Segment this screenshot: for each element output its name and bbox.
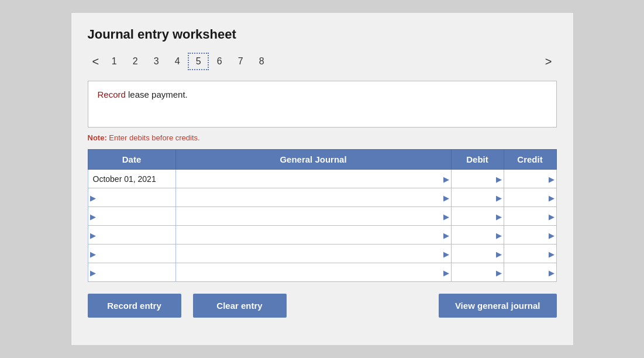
credit-input-2[interactable] [504, 207, 556, 225]
table-row: ▶▶▶▶ [88, 207, 556, 226]
clear-entry-button[interactable]: Clear entry [193, 294, 287, 318]
debit-cell-5[interactable]: ▶ [451, 263, 504, 282]
button-row: Record entry Clear entry View general jo… [88, 294, 557, 318]
credit-cell-1[interactable]: ▶ [504, 188, 556, 207]
prev-arrow[interactable]: < [88, 54, 104, 70]
table-row: ▶▶▶▶ [88, 188, 556, 207]
nav-page-3[interactable]: 3 [146, 54, 167, 69]
journal-cell-2[interactable]: ▶ [175, 207, 451, 226]
worksheet-container: Journal entry worksheet < 1 2 3 4 5 6 7 … [71, 12, 574, 346]
date-input-1[interactable] [93, 188, 171, 206]
date-cell-4[interactable]: ▶ [88, 245, 175, 263]
nav-page-6[interactable]: 6 [209, 54, 230, 69]
debit-input-1[interactable] [452, 188, 504, 206]
nav-page-5[interactable]: 5 [188, 53, 209, 70]
nav-page-1[interactable]: 1 [104, 54, 125, 69]
debit-cell-1[interactable]: ▶ [451, 188, 504, 207]
note-text: Note: Enter debits before credits. [88, 133, 557, 142]
description-prefix: Record [98, 90, 126, 99]
next-arrow[interactable]: > [540, 54, 557, 70]
credit-cell-2[interactable]: ▶ [504, 207, 556, 226]
debit-cell-2[interactable]: ▶ [451, 207, 504, 226]
journal-cell-4[interactable]: ▶ [175, 245, 451, 263]
journal-cell-0[interactable]: ▶ [175, 170, 451, 188]
journal-table: Date General Journal Debit Credit Octobe… [88, 149, 557, 282]
debit-input-0[interactable] [452, 170, 504, 188]
credit-cell-3[interactable]: ▶ [504, 226, 556, 245]
credit-cell-5[interactable]: ▶ [504, 263, 556, 282]
date-input-3[interactable] [93, 226, 171, 244]
journal-cell-3[interactable]: ▶ [175, 226, 451, 245]
credit-input-0[interactable] [504, 170, 556, 188]
credit-input-1[interactable] [504, 188, 556, 206]
journal-input-4[interactable] [176, 245, 451, 263]
page-title: Journal entry worksheet [88, 27, 557, 42]
header-journal: General Journal [175, 150, 451, 170]
journal-cell-1[interactable]: ▶ [175, 188, 451, 207]
description-suffix: lease payment. [126, 90, 188, 99]
date-cell-0: October 01, 2021 [88, 170, 175, 188]
debit-cell-3[interactable]: ▶ [451, 226, 504, 245]
credit-input-4[interactable] [504, 245, 556, 263]
date-input-4[interactable] [93, 245, 171, 263]
journal-input-2[interactable] [176, 207, 451, 225]
table-row: ▶▶▶▶ [88, 226, 556, 245]
journal-input-3[interactable] [176, 226, 451, 244]
date-cell-1[interactable]: ▶ [88, 188, 175, 207]
table-row: ▶▶▶▶ [88, 245, 556, 263]
date-input-5[interactable] [93, 263, 171, 281]
nav-page-2[interactable]: 2 [125, 54, 146, 69]
note-label: Note: [88, 133, 107, 142]
journal-cell-5[interactable]: ▶ [175, 263, 451, 282]
nav-page-7[interactable]: 7 [230, 54, 251, 69]
nav-page-4[interactable]: 4 [167, 54, 188, 69]
description-box: Record lease payment. [88, 81, 557, 128]
nav-row: < 1 2 3 4 5 6 7 8 > [88, 53, 557, 70]
note-body: Enter debits before credits. [107, 133, 200, 142]
debit-input-4[interactable] [452, 245, 504, 263]
record-entry-button[interactable]: Record entry [88, 294, 181, 318]
date-cell-5[interactable]: ▶ [88, 263, 175, 282]
journal-input-0[interactable] [176, 170, 451, 188]
journal-input-5[interactable] [176, 263, 451, 281]
journal-input-1[interactable] [176, 188, 451, 206]
debit-input-3[interactable] [452, 226, 504, 244]
table-row: ▶▶▶▶ [88, 263, 556, 282]
view-journal-button[interactable]: View general journal [439, 294, 557, 318]
table-row: October 01, 2021▶▶▶ [88, 170, 556, 188]
debit-input-5[interactable] [452, 263, 504, 281]
credit-input-3[interactable] [504, 226, 556, 244]
nav-page-8[interactable]: 8 [251, 54, 272, 69]
debit-cell-4[interactable]: ▶ [451, 245, 504, 263]
date-input-2[interactable] [93, 207, 171, 225]
header-date: Date [88, 150, 175, 170]
credit-cell-0[interactable]: ▶ [504, 170, 556, 188]
header-debit: Debit [451, 150, 504, 170]
credit-input-5[interactable] [504, 263, 556, 281]
date-cell-3[interactable]: ▶ [88, 226, 175, 245]
header-credit: Credit [504, 150, 556, 170]
date-cell-2[interactable]: ▶ [88, 207, 175, 226]
debit-cell-0[interactable]: ▶ [451, 170, 504, 188]
debit-input-2[interactable] [452, 207, 504, 225]
credit-cell-4[interactable]: ▶ [504, 245, 556, 263]
